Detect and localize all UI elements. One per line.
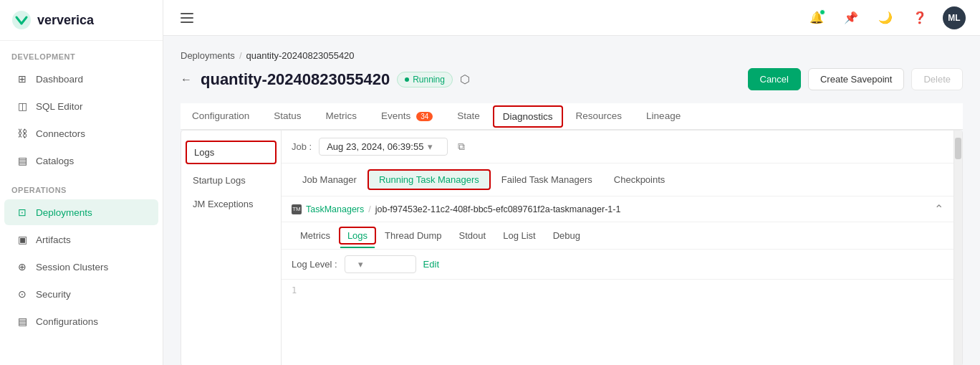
log-line: 1 xyxy=(292,285,943,295)
delete-button[interactable]: Delete xyxy=(911,68,963,90)
status-text: Running xyxy=(413,75,445,85)
sidebar-item-label-dashboard: Dashboard xyxy=(36,74,83,85)
inner-tab-stdout[interactable]: Stdout xyxy=(451,227,495,245)
help-button[interactable]: ❓ xyxy=(908,6,931,29)
log-level-dropdown[interactable]: ▾ xyxy=(345,255,416,273)
diagnostics-main: Job : Aug 23, 2024, 06:39:55 ▾ ⧉ Job Man… xyxy=(282,131,953,365)
breadcrumb-parent[interactable]: Deployments xyxy=(181,50,235,61)
sidebar-item-connectors[interactable]: ⛓ Connectors xyxy=(4,120,158,146)
status-dot xyxy=(405,77,409,82)
user-avatar[interactable]: ML xyxy=(943,6,966,29)
sidebar: ververica DEVELOPMENT ⊞ Dashboard ◫ SQL … xyxy=(0,0,163,365)
scrollbar-thumb[interactable] xyxy=(955,138,961,159)
session-clusters-icon: ⊕ xyxy=(16,260,29,273)
page-content: Deployments / quantity-20240823055420 ← … xyxy=(163,36,980,365)
log-level-row: Log Level : ▾ Edit xyxy=(282,250,953,280)
sidebar-item-deployments[interactable]: ⊡ Deployments xyxy=(4,199,158,225)
job-label: Job : xyxy=(292,141,312,152)
sub-tab-checkpoints[interactable]: Checkpoints xyxy=(603,170,676,189)
copy-icon[interactable]: ⧉ xyxy=(455,139,468,154)
diag-item-jm-exceptions[interactable]: JM Exceptions xyxy=(181,192,281,216)
page-title: quantity-20240823055420 xyxy=(201,70,390,89)
main-content: 🔔 📌 🌙 ❓ ML Deployments / quantity-202408… xyxy=(163,0,980,365)
tab-state[interactable]: State xyxy=(446,103,491,130)
diagnostics-panel: Logs Startup Logs JM Exceptions Job : Au… xyxy=(181,130,963,365)
page-header: ← quantity-20240823055420 Running ⬡ Canc… xyxy=(181,68,963,90)
sidebar-item-dashboard[interactable]: ⊞ Dashboard xyxy=(4,66,158,92)
sub-tab-running-task-managers[interactable]: Running Task Managers xyxy=(368,169,491,190)
events-badge: 34 xyxy=(416,112,433,121)
pin-icon[interactable]: 📌 xyxy=(840,6,863,29)
dev-section-label: DEVELOPMENT xyxy=(0,41,163,65)
sidebar-item-label-configurations: Configurations xyxy=(36,316,98,327)
logo-text: ververica xyxy=(37,13,94,28)
job-select-arrow-icon: ▾ xyxy=(428,141,433,152)
page-title-area: ← quantity-20240823055420 Running ⬡ xyxy=(181,70,470,89)
sidebar-item-catalogs[interactable]: ▤ Catalogs xyxy=(4,148,158,174)
inner-tab-metrics[interactable]: Metrics xyxy=(292,227,339,245)
job-select-value: Aug 23, 2024, 06:39:55 xyxy=(327,141,423,152)
sidebar-item-security[interactable]: ⊙ Security xyxy=(4,281,158,307)
sidebar-item-label-catalogs: Catalogs xyxy=(36,156,74,166)
job-selector-row: Job : Aug 23, 2024, 06:39:55 ▾ ⧉ xyxy=(282,131,953,163)
notification-dot xyxy=(820,9,825,15)
sidebar-item-artifacts[interactable]: ▣ Artifacts xyxy=(4,227,158,252)
connectors-icon: ⛓ xyxy=(16,127,29,140)
task-manager-id: job-f97453e2-11c2-408f-bbc5-efc089761f2a… xyxy=(375,204,621,214)
theme-toggle-button[interactable]: 🌙 xyxy=(874,6,897,29)
configurations-icon: ▤ xyxy=(16,315,29,328)
sidebar-item-label-artifacts: Artifacts xyxy=(36,234,71,245)
sidebar-item-sql-editor[interactable]: ◫ SQL Editor xyxy=(4,93,158,119)
sidebar-item-label-session-clusters: Session Clusters xyxy=(36,262,108,272)
create-savepoint-button[interactable]: Create Savepoint xyxy=(808,68,904,90)
inner-tabs-bar: Metrics Logs Thread Dump Stdout Log List xyxy=(282,222,953,250)
sql-editor-icon: ◫ xyxy=(16,100,29,113)
notification-button[interactable]: 🔔 xyxy=(805,6,828,29)
inner-tab-log-list[interactable]: Log List xyxy=(494,227,544,245)
tab-diagnostics[interactable]: Diagnostics xyxy=(493,105,563,128)
cube-icon[interactable]: ⬡ xyxy=(460,72,470,86)
sub-tab-failed-task-managers[interactable]: Failed Task Managers xyxy=(491,170,603,189)
sidebar-item-configurations[interactable]: ▤ Configurations xyxy=(4,308,158,334)
edit-log-level-link[interactable]: Edit xyxy=(423,259,439,270)
tab-resources[interactable]: Resources xyxy=(565,103,634,130)
sidebar-item-label-deployments: Deployments xyxy=(36,207,92,218)
logo-area: ververica xyxy=(0,0,163,41)
breadcrumb-separator: / xyxy=(239,50,242,61)
diagnostics-sidebar: Logs Startup Logs JM Exceptions xyxy=(181,131,282,365)
diag-item-startup-logs[interactable]: Startup Logs xyxy=(181,169,281,192)
log-level-arrow-icon: ▾ xyxy=(358,259,363,270)
task-manager-breadcrumb: TM TaskManagers / job-f97453e2-11c2-408f… xyxy=(282,196,953,222)
sidebar-item-label-security: Security xyxy=(36,289,71,300)
security-icon: ⊙ xyxy=(16,288,29,300)
inner-tab-debug[interactable]: Debug xyxy=(544,227,589,245)
inner-tab-thread-dump[interactable]: Thread Dump xyxy=(376,227,450,245)
sidebar-item-session-clusters[interactable]: ⊕ Session Clusters xyxy=(4,254,158,280)
task-managers-link[interactable]: TaskManagers xyxy=(306,204,364,214)
tab-events[interactable]: Events 34 xyxy=(370,103,444,130)
job-select-dropdown[interactable]: Aug 23, 2024, 06:39:55 ▾ xyxy=(319,138,448,156)
tab-configuration[interactable]: Configuration xyxy=(181,103,261,130)
tab-status[interactable]: Status xyxy=(262,103,312,130)
catalogs-icon: ▤ xyxy=(16,154,29,167)
tab-metrics[interactable]: Metrics xyxy=(314,103,369,130)
svg-point-0 xyxy=(12,11,31,29)
inner-tab-logs[interactable]: Logs xyxy=(339,227,376,245)
right-scrollbar[interactable] xyxy=(953,131,962,365)
tm-breadcrumb-sep: / xyxy=(368,204,370,214)
ops-section-label: OPERATIONS xyxy=(0,174,163,199)
diag-item-logs[interactable]: Logs xyxy=(186,141,277,164)
main-tabs-bar: Configuration Status Metrics Events 34 S… xyxy=(181,103,963,130)
sub-tab-job-manager[interactable]: Job Manager xyxy=(292,170,368,189)
menu-toggle-button[interactable] xyxy=(178,10,196,26)
tab-lineage[interactable]: Lineage xyxy=(635,103,692,130)
sidebar-item-label-sql-editor: SQL Editor xyxy=(36,101,83,112)
line-number: 1 xyxy=(292,285,306,295)
topbar: 🔔 📌 🌙 ❓ ML xyxy=(163,0,980,36)
topbar-left xyxy=(178,10,196,26)
back-button[interactable]: ← xyxy=(181,73,192,86)
log-level-label: Log Level : xyxy=(292,259,337,270)
breadcrumb-current: quantity-20240823055420 xyxy=(246,50,355,61)
cancel-button[interactable]: Cancel xyxy=(748,68,801,90)
collapse-button[interactable]: ⌃ xyxy=(934,202,943,216)
